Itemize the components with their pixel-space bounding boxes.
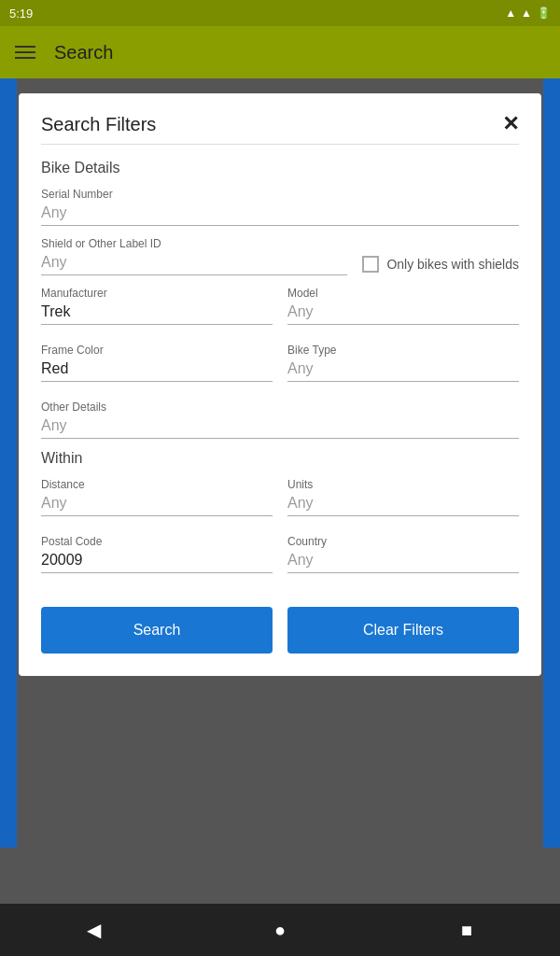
search-filters-modal: Search Filters ✕ Bike Details Serial Num… [19,93,541,676]
app-bar: Search [0,26,560,78]
manufacturer-value[interactable]: Trek [41,303,273,325]
model-value[interactable]: Any [287,303,519,325]
clear-filters-button[interactable]: Clear Filters [287,607,519,654]
serial-number-label: Serial Number [41,188,519,201]
shield-label-label: Shield or Other Label ID [41,237,347,250]
close-button[interactable]: ✕ [502,112,519,136]
units-value[interactable]: Any [287,495,519,516]
shield-row: Shield or Other Label ID Any Only bikes … [41,237,519,275]
framecolor-biketype-group: Frame Color Red Bike Type Any [41,344,519,393]
frame-color-value[interactable]: Red [41,360,273,382]
frame-color-label: Frame Color [41,344,273,357]
wifi-icon: ▲ [505,7,516,20]
modal-title: Search Filters [41,114,156,135]
only-with-shields-area: Only bikes with shields [362,237,519,273]
recent-apps-button[interactable]: ■ [448,911,485,949]
hamburger-line-3 [15,57,35,59]
postal-code-label: Postal Code [41,535,273,548]
header-divider [41,144,519,145]
within-label: Within [41,450,519,467]
blue-edge-left [0,78,17,848]
serial-number-field: Serial Number Any [41,188,519,226]
home-button[interactable]: ● [261,911,299,949]
shield-label-field: Shield or Other Label ID Any [41,237,347,275]
manufacturer-field: Manufacturer Trek [41,287,273,325]
postalcode-country-group: Postal Code 20009 Country Any [41,535,519,584]
only-shields-label: Only bikes with shields [386,257,519,272]
app-bar-title: Search [54,42,113,63]
bike-type-label: Bike Type [287,344,519,357]
status-icons: ▲ ▲ 🔋 [505,7,551,20]
hamburger-menu[interactable] [15,46,35,59]
other-details-value[interactable]: Any [41,417,519,439]
model-label: Model [287,287,519,300]
hamburger-line-1 [15,46,35,48]
within-section: Within Distance Any Units Any Postal Cod… [41,450,519,584]
other-details-field: Other Details Any [41,401,519,439]
distance-units-group: Distance Any Units Any [41,478,519,527]
button-row: Search Clear Filters [41,607,519,654]
units-label: Units [287,478,519,491]
back-button[interactable]: ◀ [75,911,112,949]
bike-type-value[interactable]: Any [287,360,519,382]
postal-code-field: Postal Code 20009 [41,535,273,573]
only-shields-checkbox[interactable] [362,256,379,273]
status-time: 5:19 [9,7,33,21]
status-bar: 5:19 ▲ ▲ 🔋 [0,0,560,26]
country-field: Country Any [287,535,519,573]
bottom-nav: ◀ ● ■ [0,904,560,956]
other-details-label: Other Details [41,401,519,414]
manufacturer-model-group: Manufacturer Trek Model Any [41,287,519,336]
distance-label: Distance [41,478,273,491]
hamburger-line-2 [15,51,35,53]
postal-code-value[interactable]: 20009 [41,552,273,573]
distance-value[interactable]: Any [41,495,273,516]
search-button[interactable]: Search [41,607,273,654]
bike-type-field: Bike Type Any [287,344,519,382]
modal-header: Search Filters ✕ [41,112,519,136]
manufacturer-label: Manufacturer [41,287,273,300]
blue-edge-right [543,78,560,848]
bike-details-label: Bike Details [41,160,519,176]
units-field: Units Any [287,478,519,516]
bike-details-section: Bike Details Serial Number Any Shield or… [41,160,519,439]
serial-number-value[interactable]: Any [41,204,519,226]
signal-icon: ▲ [521,7,532,20]
shield-label-value[interactable]: Any [41,254,347,275]
model-field: Model Any [287,287,519,325]
country-value[interactable]: Any [287,552,519,573]
page-background: Search Filters ✕ Bike Details Serial Num… [0,78,560,904]
country-label: Country [287,535,519,548]
battery-icon: 🔋 [537,7,551,20]
distance-field: Distance Any [41,478,273,516]
frame-color-field: Frame Color Red [41,344,273,382]
